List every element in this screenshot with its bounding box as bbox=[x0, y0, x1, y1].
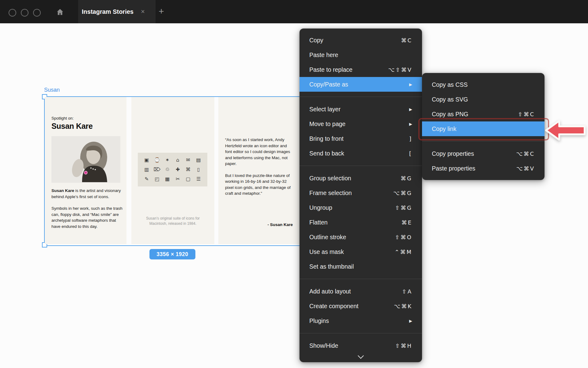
frame-name-label[interactable]: Susan bbox=[44, 87, 60, 93]
bio-paragraph-1: Susan Kare is the artist and visionary b… bbox=[51, 188, 123, 200]
mac-icon: ▢ bbox=[186, 177, 190, 182]
susan-kare-photo bbox=[51, 136, 120, 183]
menu-item-copy-paste-as[interactable]: Copy/Paste as ▶ bbox=[300, 77, 422, 92]
mac-icon: ✉ bbox=[186, 158, 190, 163]
menu-item-move-to-page[interactable]: Move to page ▶ bbox=[300, 117, 422, 131]
mac-icons-grid: ▣ ⌚ ✶ ⌂ ✉ ▤ ▥ ⌦ ♲ ✚ ⌘ ▯ ✎ ◰ ▦ ✂ ▢ ☰ bbox=[138, 153, 207, 186]
dimensions-badge: 3356 × 1920 bbox=[149, 249, 195, 259]
menu-divider bbox=[422, 141, 545, 141]
mac-icon: ✂ bbox=[176, 177, 180, 182]
mac-icon: ▥ bbox=[144, 167, 149, 172]
window-control-close[interactable] bbox=[9, 9, 16, 17]
menu-item-ungroup[interactable]: Ungroup ⇧⌘G bbox=[300, 200, 422, 215]
menu-item-select-layer[interactable]: Select layer ▶ bbox=[300, 102, 422, 117]
annotation-arrow-icon bbox=[545, 120, 586, 140]
menu-item-flatten[interactable]: Flatten ⌘E bbox=[300, 215, 422, 230]
menu-item-copy[interactable]: Copy ⌘C bbox=[300, 33, 422, 48]
menu-item-group-selection[interactable]: Group selection ⌘G bbox=[300, 171, 422, 186]
comment-pin bbox=[84, 171, 87, 174]
mac-icon: ⌂ bbox=[176, 158, 179, 163]
annotation-highlight-box bbox=[418, 118, 549, 140]
menu-item-add-auto-layout[interactable]: Add auto layout ⇧A bbox=[300, 284, 422, 299]
menu-divider bbox=[300, 166, 422, 166]
story-panel-middle[interactable]: ▣ ⌚ ✶ ⌂ ✉ ▤ ▥ ⌦ ♲ ✚ ⌘ ▯ ✎ ◰ ▦ ✂ ▢ ☰ Susa… bbox=[131, 97, 214, 244]
mac-icon: ▤ bbox=[196, 158, 201, 163]
story-panel-right[interactable]: “As soon as I started work, Andy Hertzfe… bbox=[218, 97, 300, 244]
menu-item-use-as-mask[interactable]: Use as mask ⌃⌘M bbox=[300, 244, 422, 259]
submenu-arrow-icon: ▶ bbox=[409, 319, 412, 323]
mac-icon: ✎ bbox=[145, 177, 149, 182]
submenu-arrow-icon: ▶ bbox=[409, 107, 412, 112]
submenu-item-copy-properties[interactable]: Copy properties ⌥⌘C bbox=[422, 146, 545, 161]
menu-item-frame-selection[interactable]: Frame selection ⌥⌘G bbox=[300, 186, 422, 200]
mac-icon: ⌘ bbox=[186, 167, 190, 172]
titlebar: Instagram Stories × + bbox=[0, 0, 588, 23]
story-panel-left[interactable]: Spotlight on: Susan Kare Susan Kare is t… bbox=[45, 97, 126, 244]
eyebrow-text: Spotlight on: bbox=[51, 116, 123, 121]
submenu-item-copy-as-css[interactable]: Copy as CSS bbox=[422, 77, 545, 92]
mac-icon: ✚ bbox=[176, 167, 180, 172]
mac-icon: ◰ bbox=[155, 177, 159, 182]
menu-item-create-component[interactable]: Create component ⌥⌘K bbox=[300, 299, 422, 313]
submenu-arrow-icon: ▶ bbox=[409, 122, 412, 126]
menu-item-bring-to-front[interactable]: Bring to front ] bbox=[300, 131, 422, 146]
mac-icon: ♲ bbox=[165, 167, 169, 172]
menu-item-send-to-back[interactable]: Send to back [ bbox=[300, 146, 422, 161]
mac-icon: ✶ bbox=[165, 158, 169, 163]
mac-icon: ☰ bbox=[196, 177, 201, 182]
home-button[interactable] bbox=[55, 7, 65, 17]
window-control-zoom[interactable] bbox=[33, 9, 41, 17]
menu-item-show-hide[interactable]: Show/Hide ⇧⌘H bbox=[300, 338, 422, 353]
chevron-down-icon[interactable] bbox=[358, 353, 364, 359]
mac-icon: ⌚ bbox=[154, 158, 160, 163]
mac-icon: ▣ bbox=[144, 158, 149, 163]
headline-text: Susan Kare bbox=[51, 122, 123, 131]
menu-divider bbox=[300, 279, 422, 279]
menu-item-paste-to-replace[interactable]: Paste to replace ⌥⇧⌘V bbox=[300, 62, 422, 77]
quote-paragraph-2: But I loved the puzzle-like nature of wo… bbox=[225, 173, 295, 197]
window-control-minimize[interactable] bbox=[21, 9, 28, 17]
menu-divider bbox=[300, 97, 422, 97]
close-tab-icon[interactable]: × bbox=[141, 8, 145, 15]
quote-attribution: - Susan Kare bbox=[267, 222, 293, 227]
tab-instagram-stories[interactable]: Instagram Stories × bbox=[78, 0, 156, 23]
quote-paragraph-1: “As soon as I started work, Andy Hertzfe… bbox=[225, 137, 295, 167]
tab-title: Instagram Stories bbox=[82, 8, 134, 15]
mac-icon: ⌦ bbox=[153, 167, 160, 172]
submenu-arrow-icon: ▶ bbox=[409, 82, 412, 87]
mac-icon: ▦ bbox=[165, 177, 170, 182]
home-icon bbox=[56, 8, 64, 16]
icons-caption: Susan’s original suite of icons for Maci… bbox=[131, 216, 214, 226]
mac-icon: ▯ bbox=[197, 167, 200, 172]
menu-item-set-as-thumbnail[interactable]: Set as thumbnail bbox=[300, 259, 422, 274]
new-tab-button[interactable]: + bbox=[159, 6, 164, 17]
menu-item-paste-here[interactable]: Paste here bbox=[300, 48, 422, 62]
menu-divider bbox=[300, 333, 422, 333]
bio-paragraph-2: Symbols in her work, such as the trash c… bbox=[51, 205, 123, 229]
menu-item-plugins[interactable]: Plugins ▶ bbox=[300, 313, 422, 328]
submenu-item-paste-properties[interactable]: Paste properties ⌥⌘V bbox=[422, 161, 545, 176]
submenu-item-copy-as-svg[interactable]: Copy as SVG bbox=[422, 92, 545, 107]
context-menu: Copy ⌘C Paste here Paste to replace ⌥⇧⌘V… bbox=[300, 29, 422, 362]
menu-item-outline-stroke[interactable]: Outline stroke ⇧⌘O bbox=[300, 230, 422, 244]
